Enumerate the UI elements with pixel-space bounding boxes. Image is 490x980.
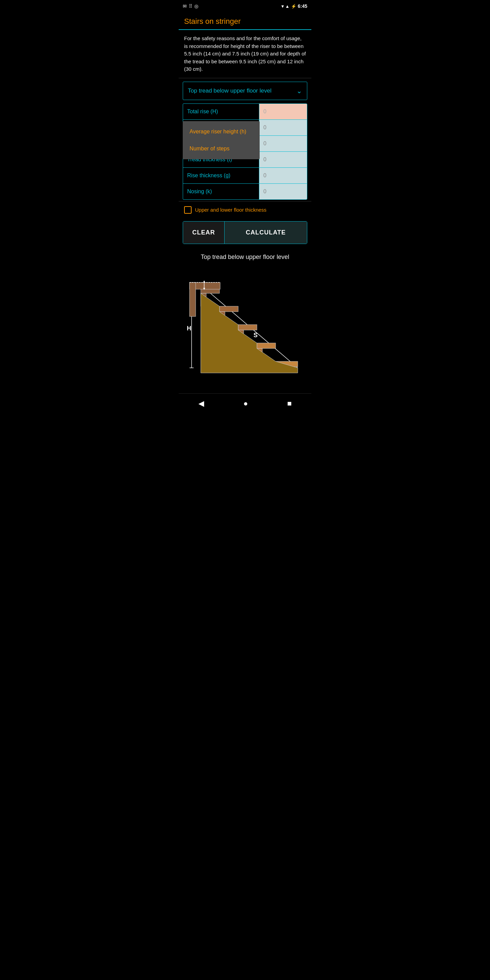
input-total-rise[interactable] [259,104,307,119]
chevron-down-icon: ⌄ [296,87,302,95]
form-section: Total rise (H) Average riser height (h) … [183,103,307,200]
svg-text:S: S [253,332,258,339]
signal-icon: ▲ [285,4,290,9]
svg-rect-13 [238,325,257,330]
button-row: CLEAR CALCULATE [183,221,307,244]
input-tread-thickness[interactable] [259,152,307,167]
wifi-icon: ▾ [282,4,284,9]
stair-diagram-svg: H S [182,267,308,380]
dropdown-item-num-steps[interactable]: Number of steps [183,140,259,157]
dots-icon: ⠿ [189,3,192,9]
label-nosing: Nosing (k) [183,184,259,199]
dropdown-label: Top tread below upper floor level [188,88,272,94]
checkbox-label: Upper and lower floor thickness [195,207,266,213]
dropdown-item-avg-riser[interactable]: Average riser height (h) [183,123,259,140]
clear-button[interactable]: CLEAR [183,221,224,243]
diagram-title: Top tread below upper floor level [182,253,308,261]
recents-button[interactable]: ■ [280,398,298,409]
nav-bar: ◀ ● ■ [179,393,311,415]
status-right-icons: ▾ ▲ ⚡ 6:45 [282,3,307,9]
input-num-steps[interactable] [259,136,307,151]
checkbox-row: Upper and lower floor thickness [179,201,311,218]
input-avg-riser[interactable] [259,120,307,135]
calculate-button[interactable]: CALCULATE [224,221,307,243]
dropdown-popup[interactable]: Average riser height (h) Number of steps [183,121,259,159]
battery-icon: ⚡ [291,4,296,9]
svg-rect-15 [257,343,275,348]
home-button[interactable]: ● [237,398,255,409]
input-nosing[interactable] [259,184,307,199]
svg-text:H: H [187,325,191,332]
floor-thickness-checkbox[interactable] [184,206,192,214]
dropdown-selector[interactable]: Top tread below upper floor level ⌄ [183,82,307,100]
gmail-icon: ✉ [183,3,187,9]
status-left-icons: ✉ ⠿ ◎ [183,3,198,9]
time-display: 6:45 [298,3,307,9]
app-bar: Stairs on stringer [179,12,311,30]
app-title: Stairs on stringer [184,17,306,26]
form-row-nosing: Nosing (k) [183,184,307,199]
label-total-rise: Total rise (H) [183,104,259,119]
svg-rect-10 [189,282,196,317]
form-row-rise-thickness: Rise thickness (g) [183,168,307,184]
status-bar: ✉ ⠿ ◎ ▾ ▲ ⚡ 6:45 [179,0,311,12]
content-area: For the safety reasons and for the comfo… [179,30,311,387]
back-button[interactable]: ◀ [192,398,211,409]
label-rise-thickness: Rise thickness (g) [183,168,259,183]
input-rise-thickness[interactable] [259,168,307,183]
svg-rect-11 [220,306,238,312]
description-text: For the safety reasons and for the comfo… [179,30,311,78]
circle-icon: ◎ [194,3,198,9]
form-row-total-rise: Total rise (H) [183,104,307,120]
diagram-section: Top tread below upper floor level H S [179,247,311,383]
